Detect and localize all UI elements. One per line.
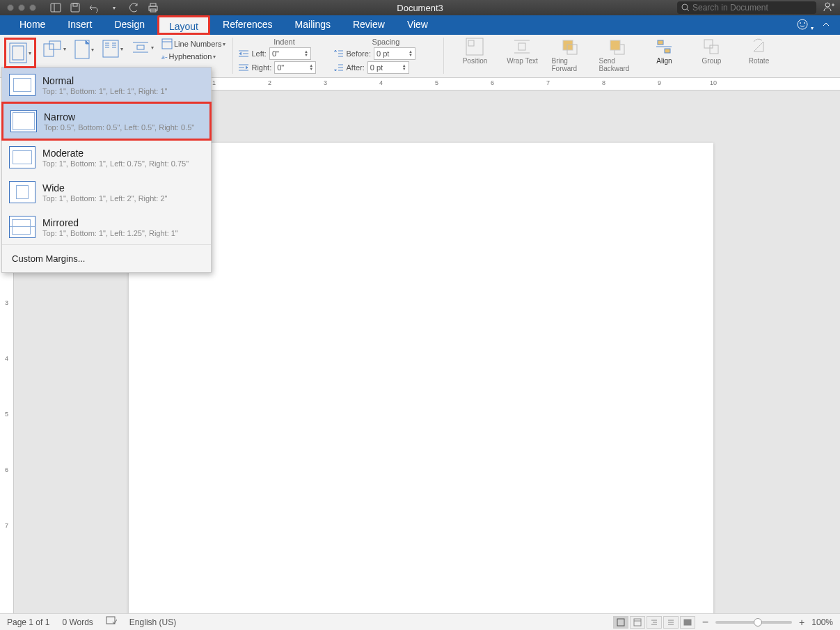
redo-icon[interactable] [128, 3, 139, 13]
tab-layout[interactable]: Layout [157, 15, 210, 35]
spacing-after-label: After: [346, 63, 364, 72]
size-button[interactable]: ▾ [72, 38, 96, 61]
close-window[interactable] [7, 4, 14, 11]
hyphenation-label: Hyphenation [169, 52, 212, 61]
margins-narrow-icon [10, 110, 37, 132]
indent-right-input[interactable]: 0"▲▼ [274, 61, 316, 74]
hyphenation-button[interactable]: a- Hyphenation▾ [160, 52, 227, 61]
spacing-before-label: Before: [346, 49, 370, 58]
spacing-after-input[interactable]: 0 pt▲▼ [367, 61, 409, 74]
view-web-layout[interactable] [630, 616, 645, 629]
document-title: Document3 [397, 3, 443, 13]
ribbon-tabs: Home Insert Design Layout References Mai… [0, 15, 840, 35]
margins-option-narrow[interactable]: NarrowTop: 0.5", Bottom: 0.5", Left: 0.5… [1, 102, 212, 141]
search-box[interactable] [677, 1, 816, 14]
tab-insert[interactable]: Insert [58, 15, 102, 35]
margins-option-wide[interactable]: WideTop: 1", Bottom: 1", Left: 2", Right… [2, 175, 211, 210]
rotate-button[interactable]: Rotate [740, 38, 777, 72]
view-buttons [613, 616, 695, 629]
svg-point-14 [805, 22, 805, 23]
svg-rect-44 [466, 38, 483, 55]
margins-mirrored-icon [9, 216, 35, 238]
tab-home[interactable]: Home [10, 15, 55, 35]
view-focus[interactable] [680, 616, 695, 629]
search-input[interactable] [692, 3, 811, 13]
svg-rect-18 [49, 41, 61, 49]
svg-rect-68 [684, 620, 691, 625]
minimize-window[interactable] [18, 4, 25, 11]
svg-point-12 [798, 19, 807, 29]
margins-option-mirrored[interactable]: MirroredTop: 1", Bottom: 1", Left: 1.25"… [2, 210, 211, 244]
print-icon[interactable] [148, 3, 159, 13]
tab-mailings[interactable]: Mailings [285, 15, 340, 35]
group-button[interactable]: Group [693, 38, 729, 72]
margins-normal-icon [9, 74, 35, 96]
align-button[interactable]: Align [646, 38, 682, 72]
indent-left-label: Left: [251, 49, 266, 58]
undo-dropdown-icon[interactable]: ▾ [109, 3, 120, 13]
tab-view[interactable]: View [397, 15, 438, 35]
tab-review[interactable]: Review [343, 15, 395, 35]
tab-references[interactable]: References [213, 15, 283, 35]
spacing-before-icon [333, 49, 343, 58]
view-draft[interactable] [663, 616, 679, 629]
window-controls[interactable] [7, 4, 36, 11]
zoom-in[interactable]: + [799, 617, 805, 628]
svg-rect-0 [51, 3, 61, 12]
svg-rect-59 [617, 619, 624, 626]
status-page[interactable]: Page 1 of 1 [7, 617, 49, 627]
svg-rect-45 [468, 40, 474, 46]
spacing-after-icon [333, 63, 343, 72]
zoom-slider[interactable] [715, 621, 792, 624]
document-page[interactable] [129, 143, 713, 613]
position-button[interactable]: Position [457, 38, 493, 72]
zoom-out[interactable]: − [702, 616, 708, 629]
svg-point-9 [825, 3, 830, 7]
margins-dropdown: NormalTop: 1", Bottom: 1", Left: 1", Rig… [1, 67, 212, 273]
svg-rect-17 [44, 44, 54, 56]
breaks-button[interactable]: ▾ [129, 38, 156, 57]
tab-design[interactable]: Design [104, 15, 154, 35]
margins-option-moderate[interactable]: ModerateTop: 1", Bottom: 1", Left: 0.75"… [2, 140, 211, 175]
margins-button[interactable]: ▾ [4, 38, 36, 68]
spacing-before-input[interactable]: 0 pt▲▼ [374, 47, 415, 60]
bring-forward-button[interactable]: Bring Forward [551, 38, 587, 72]
svg-rect-5 [150, 3, 156, 6]
panel-icon[interactable] [50, 3, 61, 13]
undo-icon[interactable] [89, 3, 100, 13]
status-words[interactable]: 0 Words [62, 617, 93, 627]
view-outline[interactable] [647, 616, 662, 629]
indent-right-icon [239, 63, 248, 72]
share-icon[interactable] [823, 2, 834, 14]
zoom-window[interactable] [29, 4, 36, 11]
svg-rect-55 [665, 49, 670, 53]
svg-rect-49 [563, 40, 573, 50]
svg-point-13 [800, 22, 801, 23]
status-language[interactable]: English (US) [129, 617, 176, 627]
svg-rect-52 [610, 40, 620, 50]
margins-wide-icon [9, 181, 35, 203]
feedback-icon[interactable]: ▾ [797, 19, 814, 32]
margins-option-normal[interactable]: NormalTop: 1", Bottom: 1", Left: 1", Rig… [2, 68, 211, 102]
indent-header: Indent [239, 38, 329, 46]
svg-rect-60 [634, 619, 641, 626]
wrap-text-button[interactable]: Wrap Text [504, 38, 540, 72]
indent-left-input[interactable]: 0"▲▼ [269, 47, 311, 60]
titlebar: ▾ Document3 [0, 0, 840, 15]
view-print-layout[interactable] [613, 616, 628, 629]
spellcheck-icon[interactable] [106, 616, 117, 628]
svg-rect-56 [704, 40, 713, 48]
indent-left-icon [239, 49, 248, 58]
svg-rect-2 [71, 3, 79, 12]
zoom-level[interactable]: 100% [811, 617, 833, 627]
spacing-header: Spacing [333, 38, 438, 46]
collapse-ribbon-icon[interactable] [822, 19, 830, 31]
svg-rect-54 [658, 40, 663, 45]
margins-custom[interactable]: Custom Margins... [2, 244, 211, 272]
svg-rect-29 [137, 45, 144, 49]
columns-button[interactable]: ▾ [100, 38, 125, 60]
save-icon[interactable] [70, 3, 81, 13]
orientation-button[interactable]: ▾ [40, 38, 68, 60]
line-numbers-button[interactable]: Line Numbers▾ [160, 38, 227, 50]
send-backward-button[interactable]: Send Backward [599, 38, 635, 72]
